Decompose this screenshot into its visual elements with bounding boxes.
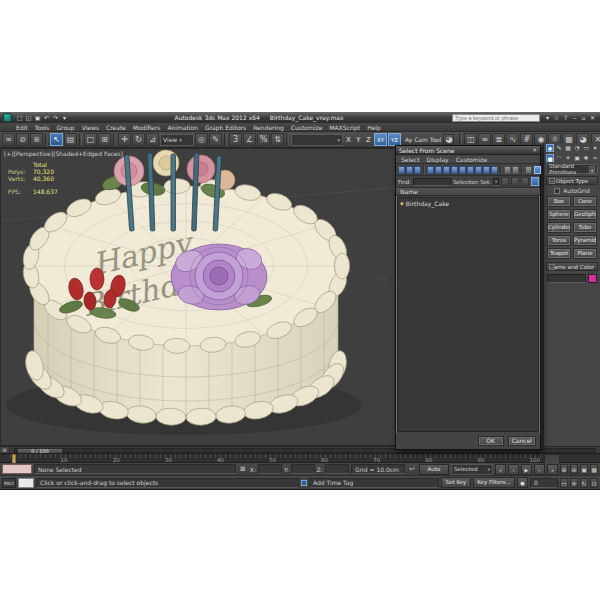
cam-tool-button[interactable]: Ay Cam Tool ◕ (402, 134, 457, 145)
display-shapes-icon[interactable] (435, 166, 442, 174)
category-shapes-icon[interactable]: ◠ (555, 154, 563, 162)
object-color-swatch[interactable] (588, 274, 597, 283)
select-object-icon[interactable]: ↖ (50, 133, 63, 146)
select-and-manipulate-icon[interactable]: ✎ (209, 133, 222, 146)
collapse-icon[interactable]: − (549, 178, 555, 184)
coord-y-field[interactable] (291, 464, 315, 474)
previous-frame-button[interactable]: ‹ (508, 464, 519, 475)
redo-icon[interactable]: ↷ (51, 113, 60, 122)
cylinder-button[interactable]: Cylinder (547, 222, 571, 233)
list-item-birthday-cake[interactable]: ◆ Birthday_Cake (400, 199, 536, 207)
menu-maxscript[interactable]: MAXScript (329, 124, 360, 131)
selection-set-dropdown[interactable]: ▾ (493, 178, 499, 186)
go-to-end-button[interactable]: » (547, 464, 558, 475)
category-cameras-icon[interactable]: ▣ (573, 154, 581, 162)
constraint-xy-button[interactable]: XY (374, 133, 387, 146)
axis-z-label[interactable]: Z (364, 136, 373, 144)
tab-create-icon[interactable]: ✱ (546, 144, 554, 152)
selection-set-filter-dropdown[interactable]: Selected ▾ (451, 464, 493, 475)
window-crossing-icon[interactable]: ⊞ (98, 133, 111, 146)
menu-views[interactable]: Views (82, 124, 99, 131)
zoom-all-icon[interactable]: ⊞ (570, 464, 578, 474)
tab-motion-icon[interactable]: ◔ (573, 144, 581, 152)
pyramid-button[interactable]: Pyramid (573, 235, 597, 246)
category-helpers-icon[interactable]: ✚ (582, 154, 590, 162)
display-geometry-icon[interactable] (427, 166, 434, 174)
display-groups-icon[interactable] (475, 166, 482, 174)
ok-button[interactable]: OK (478, 436, 504, 446)
plane-button[interactable]: Plane (573, 248, 597, 259)
dialog-menu-display[interactable]: Display (427, 156, 449, 163)
workspace-flyout-icon[interactable]: ▾ (60, 113, 69, 122)
key-filters-button[interactable]: Key Filters... (473, 477, 515, 488)
menu-group[interactable]: Group (56, 124, 74, 131)
coord-x-field[interactable] (258, 464, 282, 474)
category-spacewarps-icon[interactable]: ≈ (591, 154, 599, 162)
zoom-extents-all-icon[interactable]: ▦ (590, 464, 598, 474)
object-type-rollout[interactable]: − Object Type (546, 176, 598, 185)
dialog-close-icon[interactable]: ✕ (532, 147, 537, 153)
display-bones-icon[interactable] (491, 166, 498, 174)
display-all-icon[interactable] (398, 166, 405, 174)
minimize-button[interactable]: ‒ (570, 113, 579, 122)
current-frame-field[interactable]: 0 (530, 478, 558, 488)
tab-modify-icon[interactable]: ✎ (555, 144, 563, 152)
axis-x-label[interactable]: X (344, 136, 353, 144)
dialog-menu-select[interactable]: Select (401, 156, 420, 163)
selection-preview-icon[interactable] (531, 177, 539, 186)
display-xrefs-icon[interactable] (483, 166, 490, 174)
listener-pane[interactable] (18, 478, 34, 488)
play-button[interactable]: ▶ (521, 464, 532, 475)
box-button[interactable]: Box (547, 196, 571, 207)
unlink-selection-icon[interactable]: ⊘ (16, 133, 29, 146)
display-lights-icon[interactable] (443, 166, 450, 174)
select-and-scale-icon[interactable]: ⊿ (146, 133, 159, 146)
set-key-button[interactable]: Set Key (441, 477, 471, 488)
menu-edit[interactable]: Edit (16, 124, 28, 131)
new-file-icon[interactable]: □ (15, 113, 24, 122)
pan-icon[interactable]: ✛ (570, 478, 578, 488)
selection-lock-icon[interactable]: ⊠ (238, 464, 248, 474)
menu-customize[interactable]: Customize (291, 124, 323, 131)
save-file-icon[interactable]: ▣ (33, 113, 42, 122)
primitive-category-dropdown[interactable]: Standard Primitives ▾ (546, 164, 598, 174)
menu-animation[interactable]: Animation (167, 124, 198, 131)
category-geometry-icon[interactable]: ● (546, 154, 554, 162)
go-to-start-button[interactable]: « (495, 464, 506, 475)
macro-recorder-pane[interactable] (2, 464, 32, 474)
coord-z-field[interactable] (325, 464, 349, 474)
search-caret-icon[interactable]: ▾ (543, 113, 552, 122)
favorites-star-icon[interactable]: ☆ (552, 113, 561, 122)
spinner-snap-icon[interactable]: ⇅ (271, 133, 284, 146)
viewport-label[interactable]: [+][Perspective][Shaded+Edged Faces] (4, 150, 123, 157)
orbit-icon[interactable]: ↻ (580, 478, 588, 488)
menu-tools[interactable]: Tools (35, 124, 50, 131)
name-column-header[interactable]: Name (396, 188, 540, 196)
geosphere-button[interactable]: GeoSphere (573, 209, 597, 220)
zoom-icon[interactable]: ⊕ (560, 464, 568, 474)
open-file-icon[interactable]: ◱ (24, 113, 33, 122)
select-by-name-icon[interactable]: ▤ (64, 133, 77, 146)
app-logo-icon[interactable] (3, 113, 12, 122)
display-spacewarps-icon[interactable] (467, 166, 474, 174)
display-invert-icon[interactable] (414, 166, 421, 174)
select-and-link-icon[interactable]: ∞ (2, 133, 15, 146)
menu-help[interactable]: Help (367, 124, 381, 131)
close-button[interactable]: ✕ (588, 113, 597, 122)
bind-to-spacewarp-icon[interactable]: ≋ (30, 133, 43, 146)
tab-hierarchy-icon[interactable]: ▦ (564, 144, 572, 152)
selection-region-icon[interactable]: □ (84, 133, 97, 146)
paste-selection-set-icon[interactable] (521, 177, 529, 186)
snaps-toggle-icon[interactable]: 3 (229, 133, 242, 146)
save-selection-set-icon[interactable] (501, 177, 509, 186)
undo-icon[interactable]: ↶ (42, 113, 51, 122)
key-mode-toggle[interactable]: ● (517, 477, 528, 488)
tab-utilities-icon[interactable]: ✶ (591, 144, 599, 152)
auto-key-button[interactable]: Auto Key (419, 464, 449, 475)
maxscript-mini-listener-button[interactable]: MAX (2, 478, 16, 488)
angle-snap-icon[interactable]: ∠ (243, 133, 256, 146)
next-frame-button[interactable]: › (534, 464, 545, 475)
name-and-color-rollout[interactable]: − Name and Color (546, 262, 598, 271)
display-cameras-icon[interactable] (451, 166, 458, 174)
autogrid-checkbox[interactable] (554, 188, 560, 194)
